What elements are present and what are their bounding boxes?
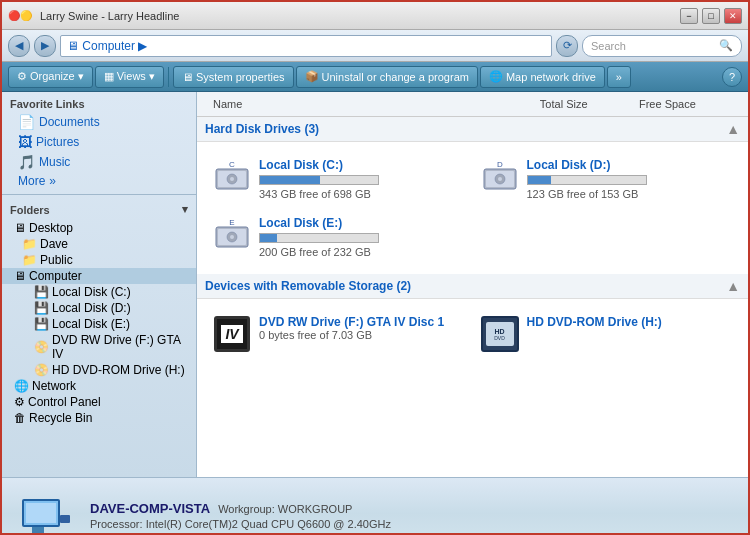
help-button[interactable]: ? xyxy=(722,67,742,87)
computer-name: DAVE-COMP-VISTA xyxy=(90,501,210,516)
tree-item-dvd-h[interactable]: 📀 HD DVD-ROM Drive (H:) xyxy=(2,362,196,378)
uninstall-button[interactable]: 📦 Uninstall or change a program xyxy=(296,66,478,88)
drive-c-progress-fill xyxy=(260,176,320,184)
tree-item-dvd-f[interactable]: 📀 DVD RW Drive (F:) GTA IV xyxy=(2,332,196,362)
svg-point-13 xyxy=(230,235,234,239)
hard-disk-section-header: Hard Disk Drives (3) ▲ xyxy=(197,117,748,142)
hard-disk-collapse-icon[interactable]: ▲ xyxy=(726,121,740,137)
public-folder-icon: 📁 xyxy=(22,253,37,267)
title-bar: 🔴🟡 Larry Swine - Larry Headline − □ ✕ xyxy=(2,2,748,30)
drive-d[interactable]: D Local Disk (D:) 123 GB free of 153 GB xyxy=(473,150,741,208)
tree-item-local-d[interactable]: 💾 Local Disk (D:) xyxy=(2,300,196,316)
music-icon: 🎵 xyxy=(18,154,35,170)
drive-h[interactable]: HD DVD HD DVD-ROM Drive (H:) xyxy=(473,307,741,361)
removable-title: Devices with Removable Storage (2) xyxy=(205,279,411,293)
address-path[interactable]: 🖥 Computer ▶ xyxy=(60,35,552,57)
network-icon: 🌐 xyxy=(489,70,503,83)
computer-status-icon xyxy=(18,495,74,536)
drive-d-space: 123 GB free of 153 GB xyxy=(527,188,733,200)
network-tree-icon: 🌐 xyxy=(14,379,29,393)
workgroup: Workgroup: WORKGROUP xyxy=(218,503,352,515)
drive-e-icon: E xyxy=(213,216,251,254)
tree-item-dave[interactable]: 📁 Dave xyxy=(2,236,196,252)
drive-d-progress-fill xyxy=(528,176,552,184)
status-info: DAVE-COMP-VISTA Workgroup: WORKGROUP Pro… xyxy=(90,501,391,535)
drive-c-info: Local Disk (C:) 343 GB free of 698 GB xyxy=(259,158,465,200)
disk-d-icon: 💾 xyxy=(34,301,49,315)
pictures-icon: 🖼 xyxy=(18,134,32,150)
dvd-f-icon: 📀 xyxy=(34,340,49,354)
svg-text:C: C xyxy=(229,161,235,169)
svg-text:D: D xyxy=(497,161,503,169)
folders-header[interactable]: Folders ▾ xyxy=(2,199,196,220)
sidebar-item-pictures[interactable]: 🖼 Pictures xyxy=(2,132,196,152)
processor-info: Processor: Intel(R) Core(TM)2 Quad CPU Q… xyxy=(90,518,391,530)
tree-item-local-e[interactable]: 💾 Local Disk (E:) xyxy=(2,316,196,332)
tree-item-public[interactable]: 📁 Public xyxy=(2,252,196,268)
drive-e-progress-fill xyxy=(260,234,277,242)
back-button[interactable]: ◀ xyxy=(8,35,30,57)
tree-item-local-c[interactable]: 💾 Local Disk (C:) xyxy=(2,284,196,300)
drive-f-icon: IV xyxy=(213,315,251,353)
tree-item-network[interactable]: 🌐 Network xyxy=(2,378,196,394)
sidebar-item-documents[interactable]: 📄 Documents xyxy=(2,112,196,132)
status-bar: DAVE-COMP-VISTA Workgroup: WORKGROUP Pro… xyxy=(2,477,748,535)
search-placeholder: Search xyxy=(591,40,626,52)
drive-c[interactable]: C Local Disk (C:) 343 GB free of 698 GB xyxy=(205,150,473,208)
tree-item-recycle-bin[interactable]: 🗑 Recycle Bin xyxy=(2,410,196,426)
drive-c-icon: C xyxy=(213,158,251,196)
col-name[interactable]: Name xyxy=(205,96,403,112)
forward-button[interactable]: ▶ xyxy=(34,35,56,57)
column-headers: Name Total Size Free Space xyxy=(197,92,748,117)
dvd-h-icon: 📀 xyxy=(34,363,49,377)
drive-e-progress-bg xyxy=(259,233,379,243)
close-button[interactable]: ✕ xyxy=(724,8,742,24)
organize-icon: ⚙ xyxy=(17,70,27,83)
col-type[interactable] xyxy=(403,96,532,112)
system-properties-button[interactable]: 🖥 System properties xyxy=(173,66,294,88)
dave-folder-icon: 📁 xyxy=(22,237,37,251)
recycle-bin-icon: 🗑 xyxy=(14,411,26,425)
disk-c-icon: 💾 xyxy=(34,285,49,299)
sidebar-item-more[interactable]: More » xyxy=(2,172,196,190)
views-button[interactable]: ▦ Views ▾ xyxy=(95,66,164,88)
more-chevron-icon: » xyxy=(49,174,56,188)
sidebar-item-music[interactable]: 🎵 Music xyxy=(2,152,196,172)
removable-collapse-icon[interactable]: ▲ xyxy=(726,278,740,294)
drive-d-info: Local Disk (D:) 123 GB free of 153 GB xyxy=(527,158,733,200)
removable-section-header: Devices with Removable Storage (2) ▲ xyxy=(197,274,748,299)
favorite-links-title: Favorite Links xyxy=(2,92,196,112)
search-icon: 🔍 xyxy=(719,39,733,52)
drive-f-name: DVD RW Drive (F:) GTA IV Disc 1 xyxy=(259,315,465,329)
tree-item-computer[interactable]: 🖥 Computer xyxy=(2,268,196,284)
minimize-button[interactable]: − xyxy=(680,8,698,24)
map-network-button[interactable]: 🌐 Map network drive xyxy=(480,66,605,88)
drive-c-name: Local Disk (C:) xyxy=(259,158,465,172)
col-free[interactable]: Free Space xyxy=(631,96,740,112)
drive-h-icon: HD DVD xyxy=(481,315,519,353)
main-layout: Favorite Links 📄 Documents 🖼 Pictures 🎵 … xyxy=(2,92,748,477)
search-box[interactable]: Search 🔍 xyxy=(582,35,742,57)
drive-f[interactable]: IV DVD RW Drive (F:) GTA IV Disc 1 0 byt… xyxy=(205,307,473,361)
col-size[interactable]: Total Size xyxy=(532,96,631,112)
svg-rect-17 xyxy=(26,503,56,523)
drive-d-name: Local Disk (D:) xyxy=(527,158,733,172)
drive-f-space: 0 bytes free of 7.03 GB xyxy=(259,329,465,341)
drive-e-space: 200 GB free of 232 GB xyxy=(259,246,465,258)
more-button[interactable]: » xyxy=(607,66,631,88)
drive-e[interactable]: E Local Disk (E:) 200 GB free of 232 GB xyxy=(205,208,473,266)
maximize-button[interactable]: □ xyxy=(702,8,720,24)
drive-d-icon: D xyxy=(481,158,519,196)
documents-icon: 📄 xyxy=(18,114,35,130)
organize-button[interactable]: ⚙ Organize ▾ xyxy=(8,66,93,88)
address-path-text: 🖥 Computer ▶ xyxy=(67,39,147,53)
svg-rect-20 xyxy=(60,515,70,523)
tree-item-desktop[interactable]: 🖥 Desktop xyxy=(2,220,196,236)
drive-c-space: 343 GB free of 698 GB xyxy=(259,188,465,200)
refresh-button[interactable]: ⟳ xyxy=(556,35,578,57)
toolbar: ⚙ Organize ▾ ▦ Views ▾ 🖥 System properti… xyxy=(2,62,748,92)
drive-e-info: Local Disk (E:) 200 GB free of 232 GB xyxy=(259,216,465,258)
folders-expand-icon: ▾ xyxy=(182,203,188,216)
tree-item-control-panel[interactable]: ⚙ Control Panel xyxy=(2,394,196,410)
svg-rect-18 xyxy=(32,527,44,533)
